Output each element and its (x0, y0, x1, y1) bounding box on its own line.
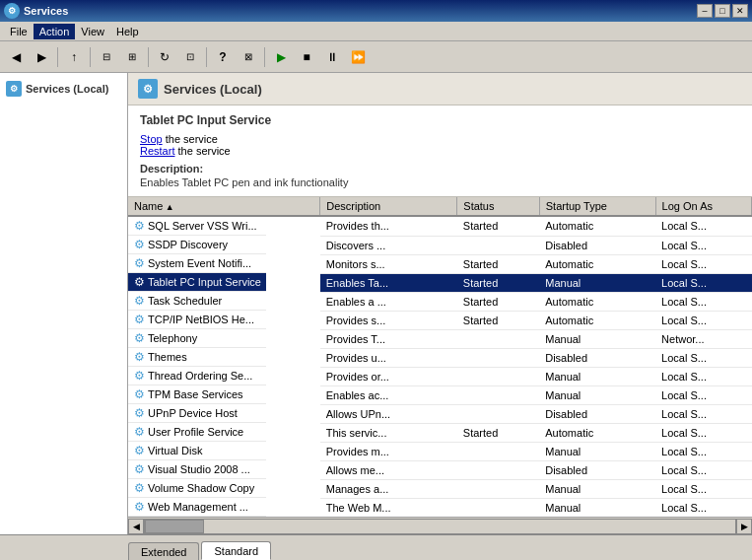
title-bar: ⚙ Services – □ ✕ (0, 0, 752, 22)
row-startup-type: Manual (539, 367, 655, 385)
row-status (457, 329, 539, 348)
menu-action[interactable]: Action (34, 24, 76, 39)
row-status (457, 442, 539, 460)
row-description: Allows me... (320, 460, 457, 479)
table-row[interactable]: ⚙SSDP DiscoveryDiscovers ...DisabledLoca… (128, 236, 752, 254)
row-service-name: Themes (148, 351, 187, 363)
table-row[interactable]: ⚙Virtual DiskProvides m...ManualLocal S.… (128, 442, 752, 460)
close-button[interactable]: ✕ (732, 4, 748, 18)
row-status: Started (457, 216, 539, 236)
stop-service-button[interactable]: ■ (295, 45, 318, 69)
back-button[interactable]: ◀ (4, 45, 28, 69)
row-startup-type: Manual (539, 479, 655, 498)
sidebar-icon: ⚙ (6, 81, 22, 97)
new-window-button[interactable]: ⊠ (237, 45, 260, 69)
row-logon: Networ... (655, 329, 751, 348)
table-row[interactable]: ⚙Volume Shadow CopyManages a...ManualLoc… (128, 479, 752, 498)
table-row[interactable]: ⚙TelephonyProvides T...ManualNetwor... (128, 329, 752, 348)
minimize-button[interactable]: – (697, 4, 713, 18)
export-button[interactable]: ⊡ (178, 45, 202, 69)
start-service-button[interactable]: ▶ (269, 45, 293, 69)
col-startup[interactable]: Startup Type (539, 197, 655, 216)
horizontal-scrollbar[interactable]: ◀ ▶ (128, 517, 752, 534)
row-logon: Local S... (655, 273, 751, 292)
table-row[interactable]: ⚙Web Management ...The Web M...ManualLoc… (128, 498, 752, 517)
stop-label: the service (166, 133, 218, 145)
toolbar: ◀ ▶ ↑ ⊟ ⊞ ↻ ⊡ ? ⊠ ▶ ■ ⏸ ⏩ (0, 41, 752, 73)
row-service-name: SSDP Discovery (148, 239, 228, 250)
selected-service-title: Tablet PC Input Service (140, 113, 740, 127)
row-service-icon: ⚙ (134, 238, 145, 251)
tab-extended[interactable]: Extended (128, 542, 199, 560)
row-service-name: Tablet PC Input Service (148, 276, 261, 288)
row-service-name: SQL Server VSS Wri... (148, 220, 257, 232)
row-logon: Local S... (655, 254, 751, 273)
row-status (457, 385, 539, 404)
menu-help[interactable]: Help (110, 24, 145, 39)
table-row[interactable]: ⚙Visual Studio 2008 ...Allows me...Disab… (128, 460, 752, 479)
table-row[interactable]: ⚙Tablet PC Input ServiceEnables Ta...Sta… (128, 273, 752, 292)
table-row[interactable]: ⚙TCP/IP NetBIOS He...Provides s...Starte… (128, 311, 752, 329)
row-logon: Local S... (655, 385, 751, 404)
table-header-row: Name Description Status Startup Type Log… (128, 197, 752, 216)
row-service-name: Thread Ordering Se... (148, 370, 252, 382)
row-description: The Web M... (320, 498, 457, 517)
sidebar-title: Services (Local) (26, 83, 108, 95)
show-console-button[interactable]: ⊟ (95, 45, 118, 69)
col-status[interactable]: Status (457, 197, 539, 216)
row-service-icon: ⚙ (134, 369, 145, 383)
row-service-icon: ⚙ (134, 406, 145, 420)
row-startup-type: Automatic (539, 423, 655, 442)
sidebar-header[interactable]: ⚙ Services (Local) (4, 77, 123, 105)
table-row[interactable]: ⚙Thread Ordering Se...Provides or...Manu… (128, 367, 752, 385)
row-service-icon: ⚙ (134, 444, 145, 457)
row-service-name: UPnP Device Host (148, 407, 238, 419)
row-service-icon: ⚙ (134, 387, 145, 401)
scroll-track[interactable] (144, 519, 736, 534)
row-logon: Local S... (655, 348, 751, 367)
up-button[interactable]: ↑ (62, 45, 86, 69)
maximize-button[interactable]: □ (715, 4, 730, 18)
row-startup-type: Disabled (539, 460, 655, 479)
row-description: Enables Ta... (320, 273, 457, 292)
row-startup-type: Manual (539, 329, 655, 348)
table-row[interactable]: ⚙Task SchedulerEnables a ...StartedAutom… (128, 292, 752, 311)
row-description: Provides u... (320, 348, 457, 367)
row-description: Provides th... (320, 216, 457, 236)
resume-service-button[interactable]: ⏩ (346, 45, 370, 69)
content-header-title: Services (Local) (164, 82, 262, 97)
refresh-button[interactable]: ↻ (153, 45, 176, 69)
service-description: Description: Enables Tablet PC pen and i… (140, 163, 740, 188)
table-row[interactable]: ⚙ThemesProvides u...DisabledLocal S... (128, 348, 752, 367)
scroll-thumb[interactable] (145, 520, 204, 533)
properties-button[interactable]: ⊞ (120, 45, 144, 69)
forward-button[interactable]: ▶ (30, 45, 53, 69)
window-controls[interactable]: – □ ✕ (697, 4, 748, 18)
col-description[interactable]: Description (320, 197, 457, 216)
row-status (457, 479, 539, 498)
col-name[interactable]: Name (128, 197, 320, 216)
table-row[interactable]: ⚙UPnP Device HostAllows UPn...DisabledLo… (128, 404, 752, 423)
restart-service-link[interactable]: Restart (140, 145, 174, 157)
menu-file[interactable]: File (4, 24, 34, 39)
row-startup-type: Manual (539, 498, 655, 517)
scroll-right-button[interactable]: ▶ (736, 519, 752, 534)
pause-service-button[interactable]: ⏸ (320, 45, 344, 69)
table-row[interactable]: ⚙TPM Base ServicesEnables ac...ManualLoc… (128, 385, 752, 404)
stop-service-link[interactable]: Stop (140, 133, 163, 145)
content-panel: ⚙ Services (Local) Tablet PC Input Servi… (128, 73, 752, 534)
menu-view[interactable]: View (75, 24, 110, 39)
content-header: ⚙ Services (Local) (128, 73, 752, 105)
services-table-container[interactable]: Name Description Status Startup Type Log… (128, 197, 752, 517)
help-button[interactable]: ? (211, 45, 235, 69)
table-row[interactable]: ⚙User Profile ServiceThis servic...Start… (128, 423, 752, 442)
col-logon[interactable]: Log On As (655, 197, 751, 216)
row-logon: Local S... (655, 479, 751, 498)
table-row[interactable]: ⚙System Event Notifi...Monitors s...Star… (128, 254, 752, 273)
tab-standard[interactable]: Standard (201, 541, 271, 560)
main-container: ⚙ Services (Local) ⚙ Services (Local) Ta… (0, 73, 752, 534)
scroll-left-button[interactable]: ◀ (128, 519, 144, 534)
row-startup-type: Disabled (539, 404, 655, 423)
table-row[interactable]: ⚙SQL Server VSS Wri...Provides th...Star… (128, 216, 752, 236)
toolbar-sep-1 (57, 47, 58, 67)
